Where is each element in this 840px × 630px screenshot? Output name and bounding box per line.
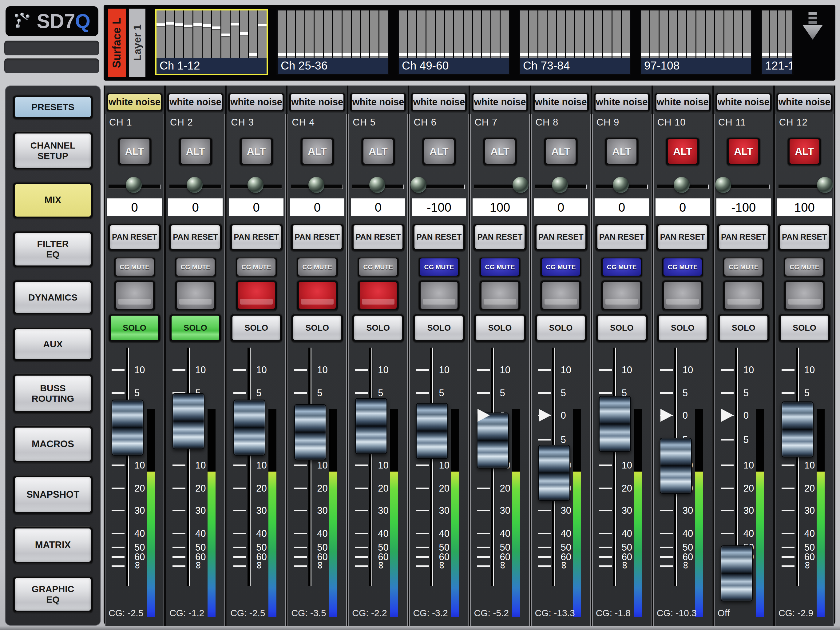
solo-button[interactable]: SOLO: [109, 313, 161, 342]
pan-reset-button[interactable]: PAN RESET: [778, 223, 831, 251]
bank-2[interactable]: Ch 25-36: [276, 9, 389, 75]
cg-mute-button[interactable]: CG MUTE: [175, 257, 216, 277]
sidebar-button-filter-eq[interactable]: FILTER EQ: [13, 231, 93, 268]
cg-mute-button[interactable]: CG MUTE: [784, 257, 825, 277]
pan-slider-knob[interactable]: [248, 177, 264, 193]
sidebar-button-aux[interactable]: AUX: [13, 327, 93, 361]
alt-button[interactable]: ALT: [544, 137, 578, 166]
channel-name-button[interactable]: white noise: [715, 92, 772, 112]
sidebar-button-matrix[interactable]: MATRIX: [13, 526, 93, 564]
sidebar-button-graphic-eq[interactable]: GRAPHIC EQ: [13, 576, 93, 613]
pan-reset-button[interactable]: PAN RESET: [412, 223, 466, 251]
channel-name-button[interactable]: white noise: [106, 92, 163, 112]
cg-mute-button[interactable]: CG MUTE: [418, 257, 459, 277]
layer-tab[interactable]: Layer 1: [129, 9, 145, 77]
mute-button[interactable]: [236, 280, 277, 311]
cg-mute-button[interactable]: CG MUTE: [662, 257, 703, 277]
fader-knob[interactable]: [355, 398, 387, 454]
pan-slider-knob[interactable]: [369, 177, 385, 193]
pan-slider-knob[interactable]: [513, 177, 529, 193]
alt-button[interactable]: ALT: [118, 137, 152, 166]
mute-button[interactable]: [662, 280, 703, 311]
sidebar-button-snapshot[interactable]: SNAPSHOT: [13, 475, 93, 514]
alt-button[interactable]: ALT: [666, 137, 699, 166]
fader-knob[interactable]: [538, 445, 570, 501]
solo-button[interactable]: SOLO: [169, 313, 221, 342]
mute-button[interactable]: [114, 280, 155, 311]
surface-tab[interactable]: Surface L: [108, 9, 126, 77]
pan-slider-knob[interactable]: [817, 177, 833, 193]
alt-button[interactable]: ALT: [483, 137, 517, 166]
fader-track[interactable]: [369, 348, 373, 586]
pan-reset-button[interactable]: PAN RESET: [291, 223, 344, 251]
bank-5[interactable]: 97-108: [640, 9, 752, 75]
pan-reset-button[interactable]: PAN RESET: [108, 223, 161, 251]
mute-button[interactable]: [601, 280, 642, 311]
alt-button[interactable]: ALT: [788, 137, 821, 166]
fader-track[interactable]: [186, 348, 190, 586]
cg-mute-button[interactable]: CG MUTE: [114, 257, 155, 277]
cg-mute-button[interactable]: CG MUTE: [723, 257, 764, 277]
fader-track[interactable]: [126, 348, 129, 586]
sidebar-button-presets[interactable]: PRESETS: [13, 95, 93, 119]
solo-button[interactable]: SOLO: [535, 313, 587, 342]
channel-name-button[interactable]: white noise: [776, 92, 833, 112]
alt-button[interactable]: ALT: [361, 137, 395, 166]
solo-button[interactable]: SOLO: [352, 313, 404, 342]
channel-name-button[interactable]: white noise: [655, 92, 711, 112]
pan-slider-knob[interactable]: [308, 177, 324, 193]
pan-slider-knob[interactable]: [613, 177, 629, 193]
solo-button[interactable]: SOLO: [718, 313, 770, 342]
fader-track[interactable]: [308, 348, 312, 586]
alt-button[interactable]: ALT: [726, 137, 760, 166]
channel-name-button[interactable]: white noise: [350, 92, 406, 112]
solo-button[interactable]: SOLO: [291, 313, 343, 342]
fader-knob[interactable]: [721, 545, 753, 602]
fader-track[interactable]: [248, 348, 251, 586]
fader-knob[interactable]: [294, 404, 326, 460]
alt-button[interactable]: ALT: [605, 137, 639, 166]
mute-button[interactable]: [479, 280, 521, 311]
pan-reset-button[interactable]: PAN RESET: [717, 223, 770, 251]
fader-knob[interactable]: [660, 438, 692, 494]
mute-button[interactable]: [358, 280, 399, 311]
solo-button[interactable]: SOLO: [657, 313, 709, 342]
fader-track[interactable]: [430, 348, 434, 586]
solo-button[interactable]: SOLO: [230, 313, 282, 342]
sidebar-button-mix[interactable]: MIX: [13, 182, 93, 219]
sidebar-button-buss-routing[interactable]: BUSS ROUTING: [13, 374, 93, 413]
mute-button[interactable]: [784, 280, 825, 311]
mute-button[interactable]: [297, 280, 338, 311]
pan-reset-button[interactable]: PAN RESET: [230, 223, 283, 251]
scroll-down-arrow-icon[interactable]: [799, 11, 827, 42]
pan-reset-button[interactable]: PAN RESET: [351, 223, 405, 251]
mute-button[interactable]: [175, 280, 216, 311]
pan-slider-knob[interactable]: [411, 177, 426, 193]
mute-button[interactable]: [418, 280, 459, 311]
solo-button[interactable]: SOLO: [596, 313, 648, 342]
fader-knob[interactable]: [599, 396, 631, 452]
cg-mute-button[interactable]: CG MUTE: [601, 257, 642, 277]
alt-button[interactable]: ALT: [422, 137, 456, 166]
pan-slider-knob[interactable]: [552, 177, 568, 193]
sidebar-button-channel-setup[interactable]: CHANNEL SETUP: [13, 131, 93, 170]
channel-name-button[interactable]: white noise: [289, 92, 345, 112]
channel-name-button[interactable]: white noise: [411, 92, 467, 112]
cg-mute-button[interactable]: CG MUTE: [540, 257, 581, 277]
cg-mute-button[interactable]: CG MUTE: [236, 257, 277, 277]
alt-button[interactable]: ALT: [178, 137, 212, 166]
alt-button[interactable]: ALT: [240, 137, 273, 166]
channel-name-button[interactable]: white noise: [594, 92, 650, 112]
fader-knob[interactable]: [112, 400, 144, 456]
mute-button[interactable]: [723, 280, 764, 311]
pan-reset-button[interactable]: PAN RESET: [473, 223, 526, 251]
fader-knob[interactable]: [782, 401, 813, 457]
channel-name-button[interactable]: white noise: [167, 92, 224, 112]
pan-reset-button[interactable]: PAN RESET: [534, 223, 587, 251]
mute-button[interactable]: [540, 280, 581, 311]
pan-slider-knob[interactable]: [126, 177, 142, 193]
bank-3[interactable]: Ch 49-60: [398, 9, 510, 75]
solo-button[interactable]: SOLO: [778, 313, 831, 342]
bank-6[interactable]: 121-1: [761, 9, 794, 75]
fader-knob[interactable]: [416, 403, 448, 459]
